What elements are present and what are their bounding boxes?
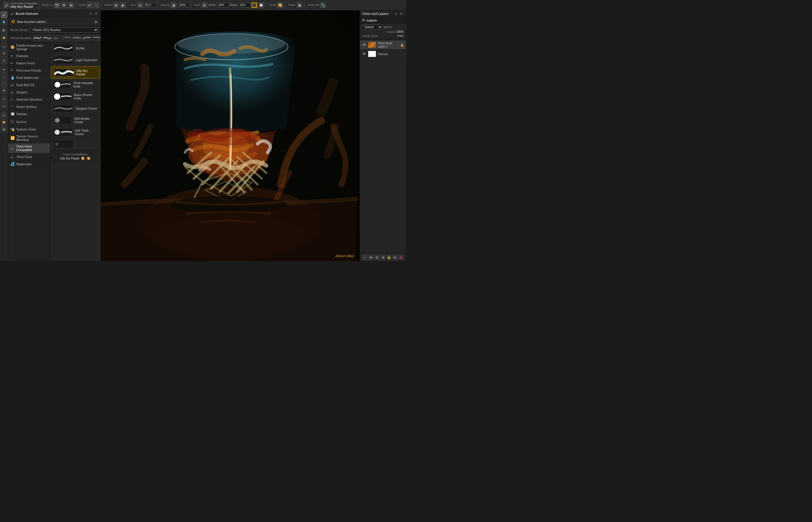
panel-controls: ≡ ✕ (89, 12, 98, 16)
select-tool[interactable]: ⬚ (1, 73, 7, 80)
brush-sargent-cloner[interactable]: Sargent Cloner (50, 103, 101, 115)
category-sumi-e[interactable]: 毛 Sumi-e (8, 118, 50, 126)
brush-light-texturizer[interactable]: Light Texturizer (50, 54, 101, 66)
category-texture-source[interactable]: 🔀 Texture Source Blending (8, 133, 50, 143)
zoom-tool[interactable]: 🔍 (1, 27, 7, 34)
brush-panel-header: 🖌 Brush Selector ≡ ✕ (8, 11, 101, 17)
layer-thick-paint-1[interactable]: 👁 Thick Paint Layer 1 🔒 (360, 41, 406, 49)
category-palette-knives-label: Palette Knives and Sponge (16, 44, 47, 51)
right-panel-menu-btn[interactable]: ≡ (394, 12, 398, 16)
category-real-watercolor[interactable]: 💧 Real Watercolor (8, 74, 50, 81)
panel-close-btn[interactable]: ✕ (94, 12, 98, 16)
photo-art-btn3[interactable]: ⊞ (68, 2, 74, 8)
lock-layer-btn[interactable]: 🔒 (386, 255, 391, 260)
category-texture-cover[interactable]: 🎭 Texture Cover (8, 126, 50, 133)
delete-layer-btn[interactable]: 🗑 (399, 255, 404, 260)
photo-art-btn2[interactable]: ⚙ (61, 2, 67, 8)
layers-tab-header: ⊞ Layers (360, 17, 406, 23)
new-brushes-bar[interactable]: ⚙ New brushes added... ▶ (8, 17, 101, 26)
stroke-btn1[interactable]: ⊕ (113, 2, 119, 8)
group-layer-btn[interactable]: ⊞ (368, 255, 373, 260)
transform-tool[interactable]: ⤡ (1, 80, 7, 87)
brush-sargent-cloner-preview (53, 104, 73, 113)
extra-tool[interactable]: ◉ (1, 126, 7, 133)
pens-pencils-icon: ✏ (11, 68, 15, 73)
advanced-icon[interactable]: 🔧 (320, 2, 326, 8)
brush-unnamed-preview: ⚙ (53, 140, 73, 148)
canvas-area[interactable]: Allison Glee (101, 11, 360, 261)
reset-btn1[interactable]: ↩ (87, 2, 93, 8)
category-sargent[interactable]: 🖌 Sargent (8, 89, 50, 96)
media-btn2[interactable]: 🔲 (258, 2, 264, 8)
layer-visibility-1[interactable]: 👁 (362, 43, 366, 47)
brush-soft-thick-cloner[interactable]: Soft Thick Cloner (50, 126, 101, 138)
category-pattern-pens[interactable]: ✒ Pattern Pens (8, 60, 50, 67)
size-input[interactable]: 50.0 (144, 3, 156, 7)
category-stamps[interactable]: 🔲 Stamps (8, 111, 50, 118)
right-panel-close-btn[interactable]: ✕ (399, 12, 404, 16)
opacity-value: 100% (396, 30, 404, 33)
preserve-btn[interactable]: ◈ (392, 255, 398, 260)
category-sumi-e-label: Sumi-e (16, 120, 26, 123)
layers-section: ⊞ Layers Default Ignore Opacity 100% Vis… (360, 17, 406, 253)
category-thick-paint-compatible[interactable]: 🖌 Thick Paint Compatible (8, 143, 50, 154)
layer-visibility-canvas[interactable]: 👁 (362, 52, 366, 56)
crop-tool[interactable]: ⊠ (1, 87, 7, 94)
depth-row: Visible Depth: 479% (360, 34, 406, 38)
category-selection-brushes[interactable]: ◻ Selection Brushes (8, 96, 50, 103)
duplicate-layer-btn[interactable]: ⊕ (381, 255, 386, 260)
merge-layer-btn[interactable]: ⊟ (374, 255, 380, 260)
category-palette-knives[interactable]: 🎨 Palette Knives and Sponge (8, 42, 50, 53)
category-real-wet-oil[interactable]: 🖌 Real Wet Oil (8, 81, 50, 89)
category-smart-strokes[interactable]: 〰 Smart Strokes (8, 103, 50, 111)
brush-soft-bristle-cloner[interactable]: ⚙ Soft Bristle Cloner (50, 115, 101, 126)
grain-value-input[interactable]: 30% (217, 3, 229, 7)
brush-thick-impasto-knife[interactable]: Thick Impasto Knife (50, 79, 101, 91)
mirror-tool[interactable]: ⟺ (1, 103, 7, 109)
brush-icon[interactable]: 🖌 (3, 2, 9, 8)
ignore-label: Ignore (384, 25, 392, 29)
brush-basic-round-knife[interactable]: Basic Round Knife (50, 91, 101, 103)
recent-brush-3[interactable]: Text (53, 35, 61, 41)
grain-bleed-input[interactable]: 10% (239, 3, 250, 7)
dropper-tool[interactable]: 💧 (1, 19, 7, 25)
brush-tool[interactable]: 🖌 (1, 12, 7, 18)
stroke-btn2[interactable]: ◐ (120, 2, 126, 8)
clone-tool[interactable]: ⊕ (1, 66, 7, 73)
thick-paint-compatible-icon: 🖌 (11, 146, 14, 150)
reset-btn2[interactable]: ○ (94, 2, 100, 8)
layer-lock-1[interactable]: 🔒 (400, 43, 404, 47)
advanced-section: Advanced 🔧 (306, 0, 328, 10)
recent-brush-6[interactable] (82, 35, 91, 41)
divine-tool[interactable]: ✦ (1, 96, 7, 103)
new-layer-btn[interactable]: + (362, 255, 367, 260)
advanced-label: Advanced (307, 3, 319, 6)
library-select[interactable]: Painter 2021 Brushes (30, 27, 98, 33)
category-real-wet-oil-label: Real Wet Oil (16, 83, 34, 87)
brush-scribe[interactable]: Scribe (50, 42, 101, 54)
recent-brush-1[interactable] (33, 35, 42, 41)
recent-brush-5[interactable] (73, 35, 81, 41)
media-btn1[interactable]: ⬛ (251, 2, 257, 8)
panel-menu-btn[interactable]: ≡ (89, 12, 93, 16)
category-pens-pencils[interactable]: ✏ Pens and Pencils (8, 67, 50, 74)
recent-brush-7[interactable] (92, 35, 101, 41)
recent-brush-2[interactable] (43, 35, 52, 41)
color-tool[interactable]: 🎨 (1, 119, 7, 125)
photo-art-btn1[interactable]: 📷 (54, 2, 60, 8)
category-watercolor[interactable]: 💦 Watercolor (8, 161, 50, 168)
brush-unnamed-gear[interactable]: ⚙ (50, 138, 101, 150)
blend-mode-select[interactable]: Default (362, 25, 383, 29)
recent-brush-4[interactable] (63, 35, 72, 41)
layer-canvas[interactable]: 👁 Canvas (360, 49, 406, 59)
text-tool[interactable]: T (1, 51, 7, 57)
brush-oily-dry-pastel[interactable]: Oily Dry Pastel (51, 66, 100, 79)
blend-controls: Default Ignore (360, 25, 406, 29)
layout-tool[interactable]: ⊟ (1, 112, 7, 119)
fill-tool[interactable]: ▼ (1, 57, 7, 64)
shape-tool[interactable]: ▭ (1, 43, 7, 50)
pan-tool[interactable]: ✋ (1, 35, 7, 41)
category-particles[interactable]: ✦ Particles (8, 53, 50, 60)
opacity-input[interactable]: 100% (178, 3, 189, 7)
category-thick-paint[interactable]: 🖌 Thick Paint (8, 154, 50, 161)
